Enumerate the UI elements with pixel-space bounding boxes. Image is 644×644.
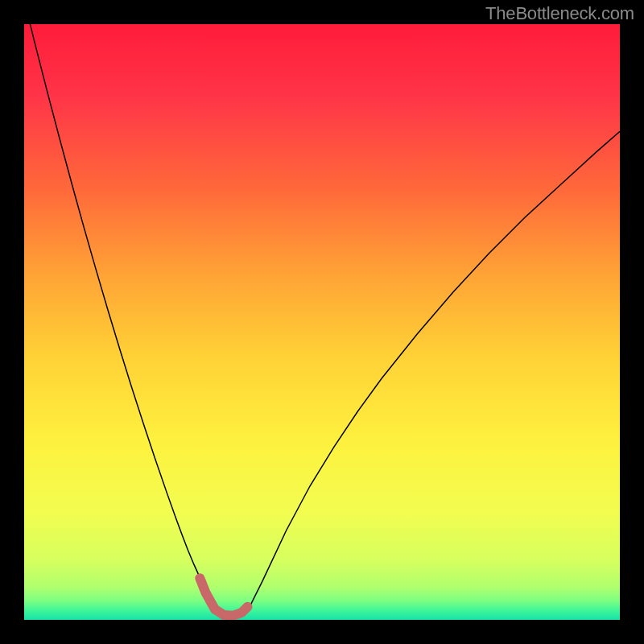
chart-container: TheBottleneck.com: [0, 0, 644, 644]
gradient-background: [24, 24, 620, 620]
watermark-text: TheBottleneck.com: [485, 3, 634, 24]
bottleneck-chart: [24, 24, 620, 620]
